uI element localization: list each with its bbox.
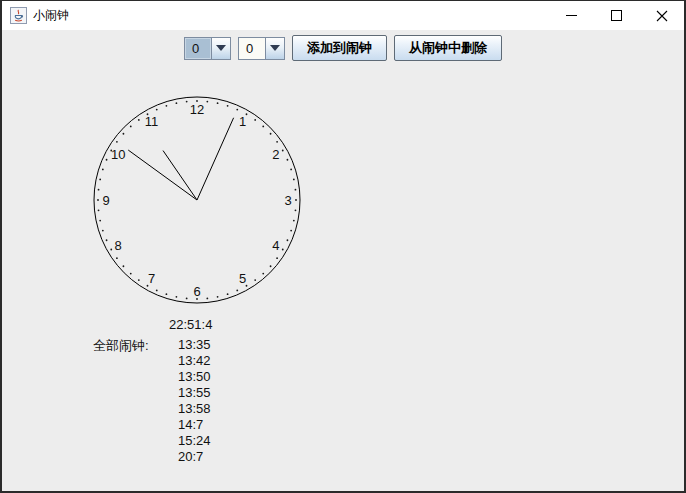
minute-tick (116, 141, 118, 143)
hour-combo-value: 0 (185, 38, 211, 59)
minute-tick (295, 189, 297, 191)
minute-tick (106, 159, 108, 161)
chevron-down-icon[interactable] (265, 38, 284, 59)
clock-numeral: 2 (272, 147, 279, 162)
maximize-icon[interactable] (594, 1, 639, 30)
clock-numeral: 9 (102, 193, 109, 208)
minute-tick (270, 265, 272, 267)
minute-tick (236, 109, 238, 111)
minute-tick (287, 239, 289, 241)
minute-tick (186, 298, 188, 300)
minute-tick (97, 199, 99, 201)
alarm-item: 13:55 (178, 385, 211, 401)
minute-tick (206, 298, 208, 300)
alarm-item: 15:24 (178, 433, 211, 449)
clock-numeral: 4 (272, 238, 279, 253)
analog-clock: 121234567891011 (91, 94, 303, 306)
minute-tick (176, 296, 178, 298)
minute-tick (166, 293, 168, 295)
minimize-icon[interactable] (549, 1, 594, 30)
minute-tick (276, 141, 278, 143)
minute-tick (106, 239, 108, 241)
minute-tick (293, 220, 295, 222)
current-time: 22:51:4 (169, 317, 212, 332)
minute-tick (270, 133, 272, 135)
minute-tick (176, 102, 178, 104)
chevron-down-icon[interactable] (211, 38, 230, 59)
minute-tick (130, 126, 132, 128)
add-alarm-button[interactable]: 添加到闹钟 (292, 35, 387, 61)
minute-tick (276, 257, 278, 259)
minute-tick (98, 189, 100, 191)
minute-tick (110, 249, 112, 251)
minute-tick (102, 230, 104, 232)
minute-tick (206, 101, 208, 103)
minute-tick (138, 279, 140, 281)
window-title: 小闹钟 (33, 7, 69, 24)
java-coffee-cup-icon (10, 7, 27, 24)
minute-tick (295, 199, 297, 201)
minute-tick (138, 119, 140, 121)
hour-hand (163, 151, 197, 200)
minute-tick (290, 230, 292, 232)
minute-tick (166, 105, 168, 107)
hour-combo[interactable]: 0 (184, 37, 231, 60)
minute-tick (156, 109, 158, 111)
alarm-item: 13:42 (178, 353, 211, 369)
minute-tick (123, 133, 125, 135)
minute-tick (236, 290, 238, 292)
minute-tick (227, 293, 229, 295)
clock-numeral: 5 (239, 271, 246, 286)
minute-tick (102, 169, 104, 171)
minute-tick (130, 273, 132, 275)
alarm-item: 13:50 (178, 369, 211, 385)
minute-tick (262, 126, 264, 128)
minute-tick (254, 279, 256, 281)
minute-tick (123, 265, 125, 267)
minute-tick (254, 119, 256, 121)
alarm-item: 14:7 (178, 417, 211, 433)
minute-tick (262, 273, 264, 275)
clock-numeral: 3 (284, 193, 291, 208)
minute-tick (282, 150, 284, 152)
second-hand (197, 118, 234, 200)
clock-numeral: 12 (190, 102, 204, 117)
alarm-item: 20:7 (178, 449, 211, 465)
alarm-item: 13:58 (178, 401, 211, 417)
clock-numeral: 11 (145, 114, 159, 129)
minute-tick (217, 102, 219, 104)
minute-tick (293, 179, 295, 181)
minute-tick (98, 209, 100, 211)
app-window: 小闹钟 0 0 添加到闹钟 从闹钟中删除 121234567891011 22:… (0, 0, 686, 493)
minute-combo-value: 0 (239, 38, 265, 59)
titlebar: 小闹钟 (2, 1, 684, 30)
minute-tick (290, 169, 292, 171)
clock-numeral: 7 (148, 271, 155, 286)
alarm-item: 13:35 (178, 337, 211, 353)
minute-tick (156, 290, 158, 292)
minute-tick (282, 249, 284, 251)
toolbar: 0 0 添加到闹钟 从闹钟中删除 (2, 31, 684, 65)
minute-tick (217, 296, 219, 298)
minute-combo[interactable]: 0 (238, 37, 285, 60)
alarm-list: 13:3513:4213:5013:5513:5814:715:2420:7 (178, 337, 211, 465)
clock-numeral: 8 (115, 238, 122, 253)
minute-tick (116, 257, 118, 259)
minute-tick (99, 220, 101, 222)
close-icon[interactable] (639, 1, 684, 30)
clock-numeral: 6 (193, 284, 200, 299)
minute-tick (227, 105, 229, 107)
minute-tick (186, 101, 188, 103)
clock-numeral: 1 (239, 114, 246, 129)
minute-tick (99, 179, 101, 181)
minute-tick (287, 159, 289, 161)
clock-numeral: 10 (111, 147, 125, 162)
remove-alarm-button[interactable]: 从闹钟中删除 (394, 35, 502, 61)
alarms-label: 全部闹钟: (93, 337, 149, 355)
minute-tick (295, 209, 297, 211)
minute-hand (128, 150, 197, 200)
